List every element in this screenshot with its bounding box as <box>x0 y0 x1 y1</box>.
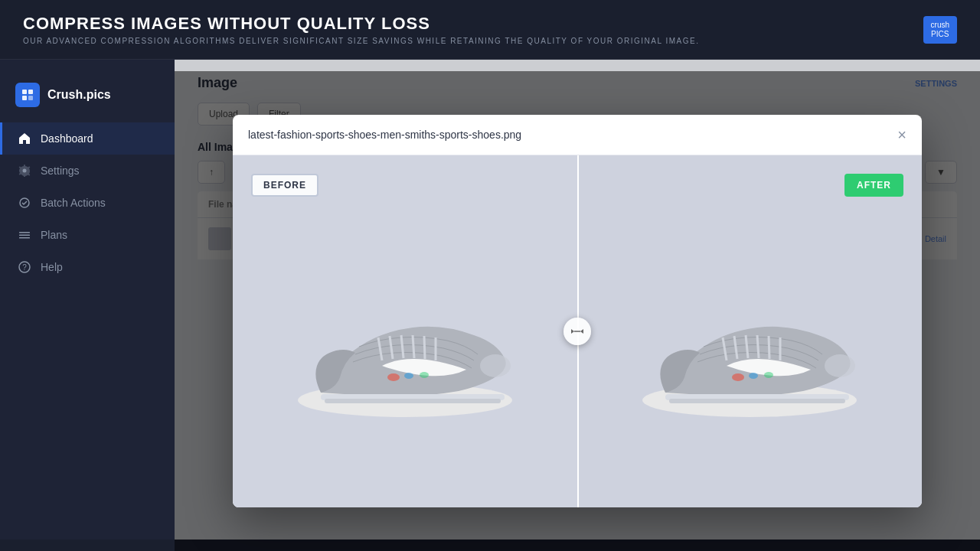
logo-line2: PICS <box>931 30 949 39</box>
brand-name: Crush.pics <box>47 88 111 102</box>
sidebar-item-batch-actions[interactable]: Batch Actions <box>0 187 175 219</box>
svg-rect-7 <box>19 235 30 236</box>
sidebar-label-plans: Plans <box>41 229 67 241</box>
svg-rect-2 <box>22 96 27 100</box>
svg-point-13 <box>387 373 400 381</box>
settings-icon <box>18 164 31 178</box>
svg-rect-1 <box>28 90 33 94</box>
modal-close-button[interactable]: × <box>897 127 906 142</box>
header-subtitle: OUR ADVANCED COMPRESSION ALGORITHMS DELI… <box>23 37 699 45</box>
modal-header: latest-fashion-sports-shoes-men-smiths-s… <box>233 115 922 155</box>
modal-title: latest-fashion-sports-shoes-men-smiths-s… <box>248 129 521 141</box>
before-side <box>233 155 577 507</box>
svg-point-19 <box>825 354 855 377</box>
svg-point-12 <box>480 354 511 377</box>
svg-point-15 <box>420 372 429 378</box>
svg-rect-0 <box>22 90 27 94</box>
sidebar-item-plans[interactable]: Plans <box>0 219 175 251</box>
sidebar-nav: Dashboard Settings Batch Actions Plans <box>0 122 175 283</box>
header-text: COMPRESS IMAGES WITHOUT QUALITY LOSS OUR… <box>23 14 699 45</box>
svg-rect-3 <box>28 96 33 100</box>
svg-point-21 <box>749 373 758 379</box>
shoe-after-svg <box>604 224 895 439</box>
svg-point-14 <box>404 373 413 379</box>
after-label: AFTER <box>844 174 903 197</box>
main-layout: Crush.pics Dashboard Settings Batch Acti… <box>0 60 980 540</box>
drag-handle[interactable] <box>564 318 591 345</box>
comparison-modal: latest-fashion-sports-shoes-men-smiths-s… <box>233 115 922 507</box>
svg-text:?: ? <box>22 263 27 272</box>
svg-point-20 <box>732 373 744 381</box>
sidebar-label-batch-actions: Batch Actions <box>41 197 106 209</box>
sidebar-label-dashboard: Dashboard <box>41 132 93 145</box>
before-label: BEFORE <box>251 174 318 197</box>
sidebar-label-help: Help <box>41 261 63 273</box>
brand-icon-svg <box>21 88 34 102</box>
logo-box: crush PICS <box>923 16 957 44</box>
header-logo: crush PICS <box>923 16 957 44</box>
shoe-before-svg <box>260 224 550 439</box>
comparison-container: BEFORE AFTER <box>233 155 922 507</box>
modal-overlay: latest-fashion-sports-shoes-men-smiths-s… <box>175 71 980 551</box>
sidebar-item-dashboard[interactable]: Dashboard <box>0 122 175 155</box>
svg-rect-24 <box>669 399 845 403</box>
sidebar-item-settings[interactable]: Settings <box>0 155 175 187</box>
batch-icon <box>18 196 31 210</box>
home-icon <box>18 132 31 145</box>
app-header: COMPRESS IMAGES WITHOUT QUALITY LOSS OUR… <box>0 0 980 60</box>
header-title: COMPRESS IMAGES WITHOUT QUALITY LOSS <box>23 14 699 34</box>
sidebar: Crush.pics Dashboard Settings Batch Acti… <box>0 60 175 540</box>
drag-handle-icon <box>570 326 584 337</box>
svg-rect-17 <box>325 399 501 403</box>
plans-icon <box>18 228 31 242</box>
after-side <box>577 155 922 507</box>
svg-rect-8 <box>19 237 30 239</box>
brand-icon <box>15 83 40 107</box>
sidebar-label-settings: Settings <box>41 165 80 177</box>
help-icon: ? <box>18 260 31 274</box>
sidebar-item-help[interactable]: ? Help <box>0 251 175 283</box>
svg-point-22 <box>764 372 773 378</box>
svg-rect-6 <box>19 232 30 233</box>
logo-line1: crush <box>931 21 949 30</box>
sidebar-brand: Crush.pics <box>0 75 175 122</box>
